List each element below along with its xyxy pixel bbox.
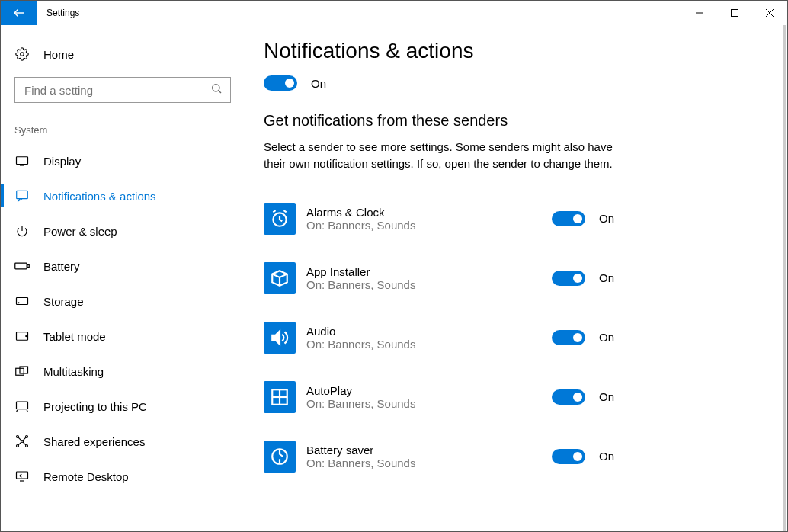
multitasking-icon <box>14 364 30 379</box>
section-desc: Select a sender to see more settings. So… <box>264 139 614 172</box>
svg-point-6 <box>213 85 219 91</box>
sidebar-item-label: Battery <box>43 260 80 273</box>
sender-name: Battery saver <box>306 444 552 457</box>
sender-toggle[interactable] <box>552 211 585 226</box>
shared-icon <box>14 434 30 449</box>
sidebar-item-remote[interactable]: Remote Desktop <box>1 459 245 494</box>
sidebar-item-label: Shared experiences <box>43 435 145 448</box>
sender-row-autoplay[interactable]: AutoPlay On: Banners, Sounds On <box>264 367 614 427</box>
svg-rect-13 <box>27 264 29 267</box>
gear-icon <box>14 46 30 62</box>
sidebar: Home System Display Notifications & acti… <box>1 25 245 531</box>
content: Notifications & actions On Get notificat… <box>245 25 787 531</box>
section-label: System <box>1 117 245 143</box>
sender-name: Alarms & Clock <box>306 206 552 219</box>
sender-name: Audio <box>306 325 552 338</box>
remote-icon <box>14 469 30 484</box>
svg-rect-12 <box>15 263 27 269</box>
sidebar-item-label: Projecting to this PC <box>43 400 147 413</box>
master-toggle-label: On <box>311 77 326 90</box>
svg-point-22 <box>17 436 19 438</box>
display-icon <box>14 153 30 168</box>
sidebar-item-battery[interactable]: Battery <box>1 248 245 284</box>
sidebar-item-multitasking[interactable]: Multitasking <box>1 354 245 389</box>
svg-rect-8 <box>17 157 28 165</box>
sidebar-item-label: Notifications & actions <box>43 190 156 203</box>
close-icon <box>765 8 774 18</box>
svg-point-24 <box>17 445 19 447</box>
sender-toggle-label: On <box>599 271 614 284</box>
notifications-icon <box>14 188 30 204</box>
sender-name: AutoPlay <box>306 384 552 397</box>
sidebar-item-label: Storage <box>43 295 84 308</box>
audio-icon <box>264 322 296 354</box>
sender-toggle[interactable] <box>552 330 585 345</box>
app-installer-icon <box>264 262 296 294</box>
sender-toggle[interactable] <box>552 449 585 464</box>
svg-line-35 <box>273 210 275 212</box>
minimize-button[interactable] <box>682 1 717 25</box>
sender-toggle-label: On <box>599 212 614 225</box>
sidebar-item-label: Power & sleep <box>43 225 117 238</box>
sidebar-item-label: Multitasking <box>43 365 104 378</box>
home-label: Home <box>43 48 74 61</box>
sender-sub: On: Banners, Sounds <box>306 338 552 351</box>
sender-sub: On: Banners, Sounds <box>306 457 552 470</box>
sidebar-item-shared[interactable]: Shared experiences <box>1 424 245 459</box>
maximize-button[interactable] <box>717 1 752 25</box>
svg-rect-30 <box>17 472 28 479</box>
svg-marker-38 <box>272 331 280 344</box>
sidebar-item-tablet[interactable]: Tablet mode <box>1 319 245 354</box>
battery-icon <box>14 258 30 274</box>
sender-toggle-label: On <box>599 390 614 403</box>
svg-rect-14 <box>17 298 28 305</box>
svg-line-26 <box>18 437 21 441</box>
sender-toggle[interactable] <box>552 271 585 286</box>
svg-line-27 <box>23 437 26 441</box>
svg-rect-2 <box>732 10 738 17</box>
sender-row-audio[interactable]: Audio On: Banners, Sounds On <box>264 308 614 367</box>
master-toggle[interactable] <box>264 75 297 91</box>
alarms-clock-icon <box>264 203 296 235</box>
search-icon <box>210 82 223 98</box>
svg-point-5 <box>21 53 24 56</box>
svg-point-21 <box>21 441 24 443</box>
page-title: Notifications & actions <box>264 39 769 63</box>
maximize-icon <box>730 8 739 18</box>
sidebar-item-power[interactable]: Power & sleep <box>1 213 245 248</box>
home-button[interactable]: Home <box>1 42 245 71</box>
svg-line-34 <box>280 220 282 221</box>
sender-sub: On: Banners, Sounds <box>306 219 552 232</box>
svg-line-29 <box>23 442 26 445</box>
sender-toggle-label: On <box>599 450 614 463</box>
sender-row-alarms[interactable]: Alarms & Clock On: Banners, Sounds On <box>264 189 614 248</box>
sidebar-item-label: Display <box>43 155 81 168</box>
svg-point-17 <box>26 335 27 336</box>
search-input[interactable] <box>23 83 210 98</box>
back-button[interactable] <box>1 1 37 25</box>
sidebar-item-projecting[interactable]: Projecting to this PC <box>1 389 245 424</box>
sidebar-item-display[interactable]: Display <box>1 143 245 178</box>
svg-point-23 <box>26 436 28 438</box>
sender-toggle-label: On <box>599 331 614 344</box>
battery-saver-icon <box>264 441 296 473</box>
section-heading: Get notifications from these senders <box>264 112 769 130</box>
scrollbar[interactable] <box>783 25 786 531</box>
sidebar-item-label: Remote Desktop <box>43 470 129 483</box>
autoplay-icon <box>264 381 296 413</box>
master-toggle-row: On <box>264 75 769 91</box>
sidebar-item-storage[interactable]: Storage <box>1 284 245 319</box>
storage-icon <box>14 293 30 309</box>
close-button[interactable] <box>752 1 787 25</box>
sidebar-item-notifications[interactable]: Notifications & actions <box>1 178 245 213</box>
sender-toggle[interactable] <box>552 389 585 405</box>
svg-line-7 <box>219 91 221 93</box>
sender-sub: On: Banners, Sounds <box>306 397 552 410</box>
svg-point-25 <box>26 445 28 447</box>
search-box[interactable] <box>14 77 231 103</box>
sidebar-item-label: Tablet mode <box>43 330 106 343</box>
arrow-left-icon <box>12 6 26 20</box>
sender-row-appinstaller[interactable]: App Installer On: Banners, Sounds On <box>264 248 614 308</box>
titlebar: Settings <box>1 1 787 25</box>
sender-row-batterysaver[interactable]: Battery saver On: Banners, Sounds On <box>264 427 614 486</box>
